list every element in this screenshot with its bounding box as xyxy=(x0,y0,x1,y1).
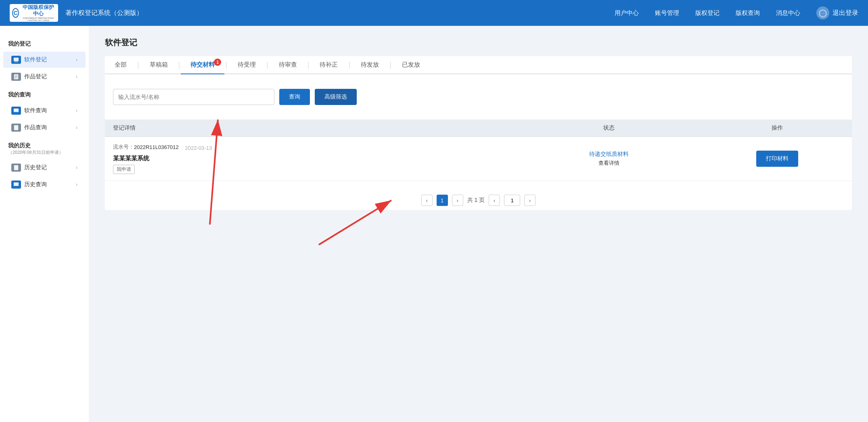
sidebar-work-arrow: › xyxy=(76,74,77,80)
record-tag: 我申请 xyxy=(113,165,135,174)
sidebar-history-register-arrow: › xyxy=(76,165,77,170)
record-date: 2022-03-13 xyxy=(185,145,212,151)
user-logout[interactable]: ◯ 退出登录 xyxy=(816,6,858,19)
record-name: 某某某某系统 xyxy=(113,155,508,162)
history-query-icon xyxy=(11,181,21,189)
serial-number: 2022R11L0367012 xyxy=(134,144,179,150)
sidebar-work-label: 作品登记 xyxy=(24,73,76,80)
header-subtitle: 著作权登记系统（公测版） xyxy=(65,9,143,17)
sidebar-item-software-register[interactable]: 软件登记 › xyxy=(3,52,86,68)
sidebar-work-query-label: 作品查询 xyxy=(24,124,76,131)
nav-messages[interactable]: 消息中心 xyxy=(776,9,800,17)
main-layout: 我的登记 软件登记 › 作品登记 › 我的查询 软件查询 › xyxy=(0,26,868,422)
tab-pending-accept[interactable]: 待受理 xyxy=(228,56,266,74)
page-jump-next[interactable]: › xyxy=(524,195,535,206)
col-header-detail: 登记详情 xyxy=(105,120,516,137)
software-icon xyxy=(11,56,21,64)
svg-rect-9 xyxy=(14,183,19,186)
svg-rect-5 xyxy=(15,78,17,78)
tabs-card: 全部 | 草稿箱 | 待交材料 1 | 待受理 | 待审查 | 待补正 | 待发… xyxy=(105,56,852,210)
sidebar-section-my-register: 我的登记 xyxy=(0,37,89,51)
sidebar-software-label: 软件登记 xyxy=(24,56,76,63)
sidebar-section-my-history: 我的历史 （2020年08月31日前申请） xyxy=(0,139,89,159)
sidebar-work-query-arrow: › xyxy=(76,125,77,130)
tab-pending-correct[interactable]: 待补正 xyxy=(310,56,347,74)
logo: C 中国版权保护中心 COPYRIGHT PROTECTION CENTER O… xyxy=(10,4,143,22)
tab-draft[interactable]: 草稿箱 xyxy=(140,56,178,74)
svg-rect-1 xyxy=(15,61,18,62)
nav-copyright-register[interactable]: 版权登记 xyxy=(695,9,719,17)
sidebar-software-query-label: 软件查询 xyxy=(24,107,76,114)
current-page-btn[interactable]: 1 xyxy=(437,195,448,206)
sidebar-item-history-query[interactable]: 历史查询 › xyxy=(3,176,86,193)
sidebar-history-query-label: 历史查询 xyxy=(24,181,76,188)
filter-button[interactable]: 高级筛选 xyxy=(315,89,357,105)
user-icon: ◯ xyxy=(819,8,827,17)
nav-user-center[interactable]: 用户中心 xyxy=(615,9,639,17)
sidebar-item-software-query[interactable]: 软件查询 › xyxy=(3,103,86,119)
logo-c-icon: C xyxy=(12,8,19,18)
sidebar: 我的登记 软件登记 › 作品登记 › 我的查询 软件查询 › xyxy=(0,26,89,422)
software-query-icon xyxy=(11,107,21,115)
tab-all[interactable]: 全部 xyxy=(105,56,136,74)
svg-rect-8 xyxy=(14,165,19,170)
sidebar-software-query-arrow: › xyxy=(76,108,77,113)
sidebar-history-register-label: 历史登记 xyxy=(24,164,76,171)
sidebar-item-work-query[interactable]: 作品查询 › xyxy=(3,120,86,136)
logo-box: C 中国版权保护中心 COPYRIGHT PROTECTION CENTER O… xyxy=(10,4,58,22)
sidebar-section-my-query: 我的查询 xyxy=(0,88,89,102)
tab-pending-materials[interactable]: 待交材料 1 xyxy=(181,56,224,74)
pagination: ‹ 1 › 共 1 页 ‹ › xyxy=(105,191,852,210)
work-query-icon xyxy=(11,124,21,132)
serial-label: 流水号： xyxy=(113,143,134,151)
col-header-action: 操作 xyxy=(703,120,852,137)
history-register-icon xyxy=(11,164,21,172)
page-number-input[interactable] xyxy=(504,195,520,206)
svg-rect-0 xyxy=(14,58,19,61)
pending-materials-badge: 1 xyxy=(214,59,221,66)
table-container: 登记详情 状态 操作 流水号： 2022R11L0367012 2022-0 xyxy=(105,120,852,181)
tab-pending-review[interactable]: 待审查 xyxy=(269,56,307,74)
search-input[interactable] xyxy=(113,89,274,105)
sidebar-history-note: （2020年08月31日前申请） xyxy=(8,149,81,155)
print-button[interactable]: 打印材料 xyxy=(756,151,798,167)
sidebar-software-arrow: › xyxy=(76,57,77,63)
logo-en-text: COPYRIGHT PROTECTION CENTER OF CHINA xyxy=(21,17,56,22)
svg-rect-7 xyxy=(14,125,19,130)
query-button[interactable]: 查询 xyxy=(279,89,310,105)
tabs-bar: 全部 | 草稿箱 | 待交材料 1 | 待受理 | 待审查 | 待补正 | 待发… xyxy=(105,56,852,74)
logout-label[interactable]: 退出登录 xyxy=(832,9,858,17)
header: C 中国版权保护中心 COPYRIGHT PROTECTION CENTER O… xyxy=(0,0,868,26)
status-detail[interactable]: 查看详情 xyxy=(522,160,696,167)
content-area: 软件登记 全部 | 草稿箱 | 待交材料 1 | 待受理 | 待审查 | 待补正… xyxy=(89,26,868,422)
total-pages: 共 1 页 xyxy=(467,197,485,204)
svg-rect-6 xyxy=(14,109,19,112)
nav-account[interactable]: 账号管理 xyxy=(655,9,679,17)
svg-rect-3 xyxy=(15,76,18,76)
table-row: 流水号： 2022R11L0367012 2022-03-13 某某某某系统 我… xyxy=(105,137,852,181)
page-title: 软件登记 xyxy=(105,37,852,48)
header-nav: 用户中心 账号管理 版权登记 版权查询 消息中心 ◯ 退出登录 xyxy=(615,6,858,19)
status-link[interactable]: 待递交纸质材料 xyxy=(522,151,696,158)
tab-issued[interactable]: 已发放 xyxy=(392,56,430,74)
svg-rect-4 xyxy=(15,77,18,77)
page-jump-prev[interactable]: ‹ xyxy=(489,195,500,206)
next-page-btn[interactable]: › xyxy=(452,195,463,206)
logo-cn-text: 中国版权保护中心 xyxy=(21,4,56,17)
search-bar: 查询 高级筛选 xyxy=(105,82,852,111)
data-table: 登记详情 状态 操作 流水号： 2022R11L0367012 2022-0 xyxy=(105,120,852,181)
record-status-cell: 待递交纸质材料 查看详情 xyxy=(516,137,703,181)
sidebar-history-query-arrow: › xyxy=(76,182,77,187)
avatar: ◯ xyxy=(816,6,829,19)
tab-pending-issue[interactable]: 待发放 xyxy=(351,56,389,74)
sidebar-item-history-register[interactable]: 历史登记 › xyxy=(3,160,86,176)
record-action-cell: 打印材料 xyxy=(703,137,852,181)
work-icon xyxy=(11,73,21,81)
col-header-status: 状态 xyxy=(516,120,703,137)
nav-copyright-query[interactable]: 版权查询 xyxy=(736,9,760,17)
record-detail-cell: 流水号： 2022R11L0367012 2022-03-13 某某某某系统 我… xyxy=(105,137,516,181)
prev-page-btn[interactable]: ‹ xyxy=(421,195,433,206)
sidebar-item-work-register[interactable]: 作品登记 › xyxy=(3,69,86,85)
